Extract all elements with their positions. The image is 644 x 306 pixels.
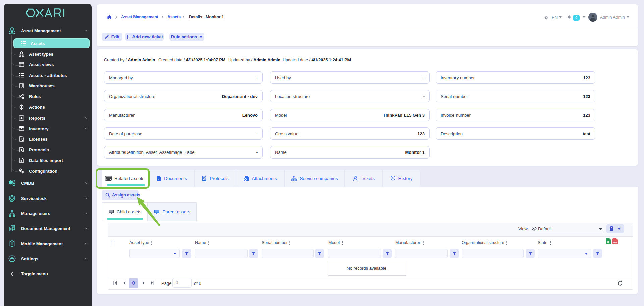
svg-text:PDF: PDF [613,241,617,243]
svg-text:X: X [607,240,609,244]
